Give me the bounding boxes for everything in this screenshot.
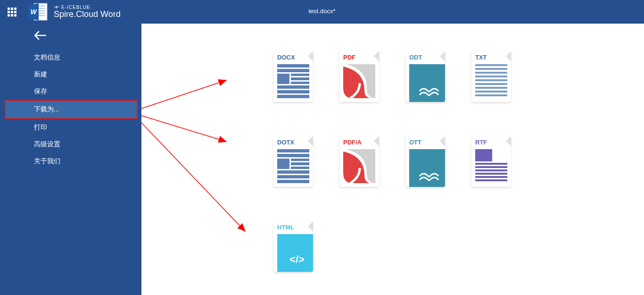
format-docx[interactable]: DOCX [273,51,313,102]
menu-document-info[interactable]: 文档信息 [0,49,141,66]
format-html[interactable]: HTML </> [273,221,313,272]
format-odt[interactable]: ODT [405,51,445,102]
document-name: test.docx* [308,8,335,15]
brand-name: E-ICEBLUE [54,5,121,10]
format-ott[interactable]: OTT [405,136,445,187]
svg-text:W: W [30,8,37,16]
logo-block: W E-ICEBLUE Spire.Cloud Word [24,2,121,21]
menu-save[interactable]: 保存 [0,83,141,100]
svg-point-8 [56,7,58,8]
format-rtf[interactable]: RTF [471,136,511,187]
format-label: PDF [343,54,355,61]
format-label: HTML [277,224,294,231]
apps-menu-icon[interactable] [0,0,24,24]
format-txt[interactable]: TXT [471,51,511,102]
menu-print[interactable]: 打印 [0,119,141,136]
format-label: ODT [409,54,422,61]
format-label: DOTX [277,139,294,146]
app-title: Spire.Cloud Word [54,10,121,19]
menu-download-as[interactable]: 下载为... [5,100,138,119]
format-grid: DOCX [273,51,511,295]
back-button[interactable] [0,24,141,49]
menu-new[interactable]: 新建 [0,66,141,83]
file-menu-sidebar: 文档信息 新建 保存 下载为... 打印 高级设置 关于我们 [0,24,141,295]
format-dotx[interactable]: DOTX [273,136,313,187]
word-logo-icon: W [28,2,49,21]
menu-advanced-settings[interactable]: 高级设置 [0,136,141,153]
format-label: PDF/A [343,139,362,146]
format-label: DOCX [277,54,295,61]
format-pdf[interactable]: PDF [339,51,379,102]
format-label: OTT [409,139,421,146]
html-code-icon: </> [277,234,313,272]
format-label: TXT [475,54,487,61]
menu-about-us[interactable]: 关于我们 [0,153,141,170]
format-pdfa[interactable]: PDF/A [339,136,379,187]
content-area: DOCX [141,24,644,295]
format-label: RTF [475,139,487,146]
header: W E-ICEBLUE Spire.Cloud Word test.docx* [0,0,644,24]
